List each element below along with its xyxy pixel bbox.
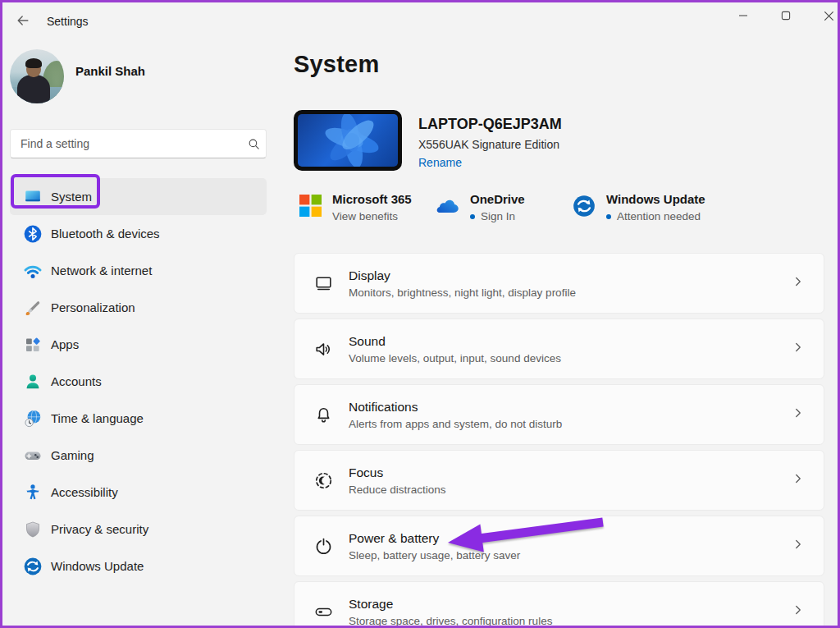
bluetooth-icon xyxy=(22,223,43,245)
minimize-icon xyxy=(738,11,748,21)
chevron-right-icon xyxy=(791,340,806,358)
wifi-icon xyxy=(22,260,43,282)
focus-icon xyxy=(313,470,334,491)
page-title: System xyxy=(294,51,379,78)
maximize-icon xyxy=(781,11,791,21)
card-power-battery[interactable]: Power & battery Sleep, battery usage, ba… xyxy=(294,516,824,576)
status-dot xyxy=(606,214,611,219)
status-dot xyxy=(470,214,475,219)
sidebar-item-system[interactable]: System xyxy=(10,178,267,215)
minimize-button[interactable] xyxy=(731,4,756,27)
device-model: X556UAK Signature Edition xyxy=(418,138,562,151)
sidebar-item-windows-update[interactable]: Windows Update xyxy=(10,548,267,584)
back-arrow-icon xyxy=(15,12,31,31)
sidebar-item-privacy-security[interactable]: Privacy & security xyxy=(10,511,267,548)
profile-name: Pankil Shah xyxy=(75,64,145,78)
sidebar-item-accessibility[interactable]: Accessibility xyxy=(10,474,267,511)
close-button[interactable] xyxy=(816,4,840,27)
card-sound[interactable]: Sound Volume levels, output, input, soun… xyxy=(294,319,824,379)
windows-bloom-wallpaper xyxy=(298,114,398,167)
sidebar-item-time-language[interactable]: Time & language xyxy=(10,400,267,437)
maximize-button[interactable] xyxy=(774,4,798,27)
windows-update-service-icon xyxy=(573,195,596,221)
card-display[interactable]: Display Monitors, brightness, night ligh… xyxy=(294,253,824,314)
time-language-icon xyxy=(22,408,43,429)
chevron-right-icon xyxy=(791,471,806,489)
shield-icon xyxy=(22,519,43,540)
chevron-right-icon xyxy=(791,274,806,292)
service-microsoft-365[interactable]: Microsoft 365 View benefits xyxy=(299,192,412,222)
service-onedrive[interactable]: OneDrive Sign In xyxy=(435,192,525,222)
onedrive-icon xyxy=(435,198,459,218)
gamepad-icon xyxy=(22,445,43,466)
accounts-icon xyxy=(22,371,43,392)
paintbrush-icon xyxy=(22,297,43,319)
back-button[interactable] xyxy=(11,10,35,33)
sidebar-item-accounts[interactable]: Accounts xyxy=(10,363,267,400)
sidebar-item-personalization[interactable]: Personalization xyxy=(10,289,267,326)
chevron-right-icon xyxy=(791,537,806,555)
chevron-right-icon xyxy=(791,603,806,621)
service-windows-update[interactable]: Windows Update Attention needed xyxy=(573,192,705,222)
titlebar: Settings xyxy=(2,2,838,39)
accessibility-icon xyxy=(22,482,43,503)
card-focus[interactable]: Focus Reduce distractions xyxy=(294,450,824,511)
settings-cards: Display Monitors, brightness, night ligh… xyxy=(294,253,824,628)
service-status: Attention needed xyxy=(617,210,701,222)
device-thumbnail xyxy=(294,110,402,171)
service-status: View benefits xyxy=(332,210,398,222)
service-status: Sign In xyxy=(481,210,515,222)
rename-link[interactable]: Rename xyxy=(418,156,462,169)
close-icon xyxy=(824,11,834,21)
windows-update-icon xyxy=(22,556,43,577)
storage-icon xyxy=(313,601,334,622)
bell-icon xyxy=(313,404,334,425)
search-icon xyxy=(241,137,266,151)
device-name: LAPTOP-Q6EJP3AM xyxy=(418,116,562,133)
sidebar-item-bluetooth-devices[interactable]: Bluetooth & devices xyxy=(10,215,267,252)
chevron-right-icon xyxy=(791,406,806,424)
avatar xyxy=(10,49,64,103)
apps-icon xyxy=(22,334,43,355)
window-title: Settings xyxy=(47,15,89,28)
sound-icon xyxy=(313,338,334,360)
display-icon xyxy=(313,273,334,294)
search-input[interactable] xyxy=(11,137,241,150)
power-icon xyxy=(313,535,334,557)
microsoft-365-icon xyxy=(299,195,322,220)
sidebar-item-gaming[interactable]: Gaming xyxy=(10,437,267,474)
sidebar-nav: System Bluetooth & devices Network & int… xyxy=(10,178,267,584)
system-icon xyxy=(22,186,43,208)
card-notifications[interactable]: Notifications Alerts from apps and syste… xyxy=(294,384,824,445)
sidebar-item-apps[interactable]: Apps xyxy=(10,326,267,363)
card-storage[interactable]: Storage Storage space, drives, configura… xyxy=(294,581,824,628)
sidebar-item-network-internet[interactable]: Network & internet xyxy=(10,252,267,289)
search-box[interactable] xyxy=(10,129,267,158)
